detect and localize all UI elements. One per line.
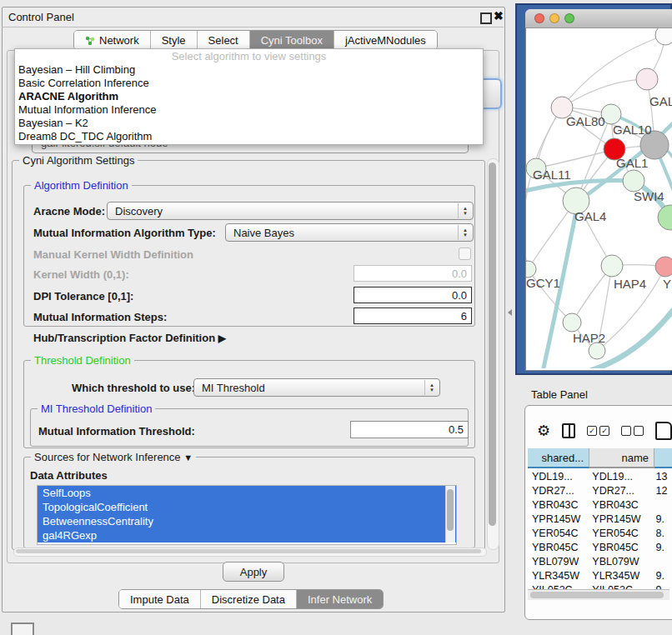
column-header-shared[interactable]: shared... xyxy=(528,448,589,468)
attribute-item-topologicalcoefficient[interactable]: TopologicalCoefficient xyxy=(38,500,456,514)
algorithm-option-bayesian-hill-climbing[interactable]: Bayesian – Hill Climbing xyxy=(15,63,483,77)
node-label-gal11: GAL11 xyxy=(533,168,571,182)
network-node[interactable] xyxy=(655,257,672,277)
settings-horizontal-scrollbar[interactable] xyxy=(13,548,487,557)
tab-impute-data[interactable]: Impute Data xyxy=(119,590,200,608)
algorithm-placeholder: Select algorithm to view settings xyxy=(15,49,483,63)
tab-network[interactable]: Network xyxy=(74,31,150,49)
algorithm-option-aracne-algorithm[interactable]: ARACNE Algorithm xyxy=(15,90,483,103)
splitter-collapse-icon[interactable] xyxy=(508,309,512,316)
which-threshold-label: Which threshold to use: xyxy=(72,382,195,394)
table-cell: YDL19... xyxy=(528,470,588,484)
table-horizontal-scrollbar[interactable] xyxy=(528,589,669,600)
tab-select[interactable]: Select xyxy=(197,31,249,49)
sources-title[interactable]: Sources for Network Inference ▼ xyxy=(31,451,196,463)
kernel-width-field[interactable]: 0.0 xyxy=(354,265,472,282)
column-layout-icon[interactable] xyxy=(562,423,575,438)
mi-type-combo[interactable]: Naive Bayes ▲▼ xyxy=(225,223,474,242)
algorithm-list: Bayesian – Hill ClimbingBasic Correlatio… xyxy=(15,63,483,143)
mi-threshold-field[interactable]: 0.5 xyxy=(350,421,469,438)
algorithm-option-basic-correlation-inference[interactable]: Basic Correlation Inference xyxy=(15,77,483,90)
tab-label: Discretize Data xyxy=(212,593,285,606)
table-row[interactable]: YBR043CYBR043C xyxy=(528,498,672,512)
float-panel-icon[interactable] xyxy=(480,12,492,24)
tab-label: jActiveMNodules xyxy=(345,34,426,47)
close-traffic-light[interactable] xyxy=(534,13,544,23)
node-label-y: Y xyxy=(663,277,671,291)
export-table-icon[interactable] xyxy=(655,422,672,440)
algorithm-option-bayesian-k2[interactable]: Bayesian – K2 xyxy=(15,117,483,130)
table-cell: YER054C xyxy=(588,527,651,541)
collapsed-panel-icon[interactable] xyxy=(11,622,34,635)
aracne-mode-label: Aracne Mode: xyxy=(33,205,105,218)
threshold-definition-title: Threshold Definition xyxy=(31,354,134,367)
which-threshold-value: MI Threshold xyxy=(202,382,265,394)
select-all-icon[interactable]: ✓✓ xyxy=(587,426,609,436)
table-row[interactable]: YBR045CYBR045C9. xyxy=(528,541,672,555)
mi-steps-field[interactable]: 6 xyxy=(354,308,472,324)
manual-kernel-checkbox[interactable] xyxy=(459,248,471,260)
zoom-traffic-light[interactable] xyxy=(564,13,574,23)
table-body: YDL19...YDL19...13YDR27...YDR27...12YBR0… xyxy=(528,470,672,598)
attribute-list-scrollbar[interactable] xyxy=(445,486,455,542)
attribute-item-gal4rgexp[interactable]: gal4RGexp xyxy=(38,528,456,542)
mi-threshold-label: Mutual Information Threshold: xyxy=(38,425,195,438)
deselect-all-icon[interactable] xyxy=(621,426,644,436)
close-icon[interactable]: ✖ xyxy=(494,9,504,22)
node-label-gal1: GAL1 xyxy=(616,156,648,170)
network-node[interactable] xyxy=(655,28,672,45)
stepper-icon: ▲▼ xyxy=(458,203,472,218)
tab-cyni-toolbox[interactable]: Cyni Toolbox xyxy=(249,31,333,49)
table-row[interactable]: YLR345WYLR345W9. xyxy=(528,569,672,583)
algorithm-dropdown-popup: Select algorithm to view settings Bayesi… xyxy=(14,48,484,145)
which-threshold-combo[interactable]: MI Threshold ▲▼ xyxy=(193,378,440,397)
tab-jactivemnodules[interactable]: jActiveMNodules xyxy=(333,31,437,49)
table-cell xyxy=(652,498,672,512)
tab-discretize-data[interactable]: Discretize Data xyxy=(200,590,296,608)
data-attributes-list[interactable]: SelfLoopsTopologicalCoefficientBetweenne… xyxy=(37,485,457,545)
control-panel-title: Control Panel xyxy=(8,11,74,23)
network-node[interactable] xyxy=(636,68,658,90)
network-canvas[interactable]: GALGAL80GAL10GAL1GAL11SWI4GAL4GCY1HAP4YH… xyxy=(526,28,672,368)
table-row[interactable]: YDL19...YDL19...13 xyxy=(528,470,672,484)
attribute-item-selfloops[interactable]: SelfLoops xyxy=(38,486,456,500)
network-node[interactable] xyxy=(601,255,623,277)
table-cell: YLR345W xyxy=(588,569,651,583)
tab-style[interactable]: Style xyxy=(150,31,197,49)
network-window-titlebar[interactable] xyxy=(525,9,672,28)
column-header-name[interactable]: name xyxy=(589,448,654,468)
table-row[interactable]: YER054CYER054C8. xyxy=(528,527,672,541)
table-row[interactable]: YDR27...YDR27...12 xyxy=(528,484,672,498)
column-header-partial[interactable] xyxy=(654,448,672,468)
node-label-swi4: SWI4 xyxy=(634,189,664,203)
dpi-tolerance-field[interactable]: 0.0 xyxy=(354,287,472,303)
mi-type-label: Mutual Information Algorithm Type: xyxy=(33,227,216,239)
table-toolbar: ⚙ ✓✓ xyxy=(528,417,672,445)
table-row[interactable]: YPR145WYPR145W9. xyxy=(528,512,672,527)
tab-infer-network[interactable]: Infer Network xyxy=(296,590,383,608)
apply-button[interactable]: Apply xyxy=(223,562,284,582)
node-label-hap4: HAP4 xyxy=(614,277,646,291)
attribute-item-betweennesscentrality[interactable]: BetweennessCentrality xyxy=(38,514,456,528)
hub-definition-label: Hub/Transcription Factor Definition xyxy=(33,332,215,344)
network-node[interactable] xyxy=(563,313,581,332)
table-cell: 13 xyxy=(652,470,672,484)
minimize-traffic-light[interactable] xyxy=(549,13,559,23)
algorithm-option-mutual-information-inference[interactable]: Mutual Information Inference xyxy=(15,103,483,117)
hub-definition-toggle[interactable]: Hub/Transcription Factor Definition ▶ xyxy=(33,332,226,344)
table-cell: YPR145W xyxy=(588,512,651,527)
mi-steps-value: 6 xyxy=(461,310,467,322)
node-label-gal4: GAL4 xyxy=(574,209,606,223)
node-label-gcy1: GCY1 xyxy=(526,276,560,290)
network-node[interactable] xyxy=(589,342,605,359)
table-header-row: shared...name xyxy=(528,448,672,468)
mi-threshold-value: 0.5 xyxy=(449,423,464,436)
algorithm-option-dream8-dc-tdc-algorithm[interactable]: Dream8 DC_TDC Algorithm xyxy=(15,130,483,143)
gear-icon[interactable]: ⚙ xyxy=(537,422,550,440)
network-node[interactable] xyxy=(526,261,536,278)
settings-vertical-scrollbar[interactable] xyxy=(487,158,499,550)
titlebar-separator xyxy=(2,27,504,28)
aracne-mode-combo[interactable]: Discovery ▲▼ xyxy=(107,202,474,220)
network-node[interactable] xyxy=(658,205,672,230)
table-row[interactable]: YBL079WYBL079W xyxy=(528,555,672,569)
